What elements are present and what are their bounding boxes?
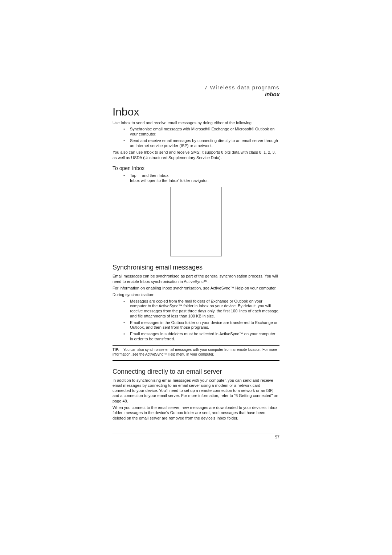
tip-body: You can also synchronise email messages …: [113, 348, 277, 356]
sync-paragraph-2: For information on enabling Inbox synchr…: [113, 285, 279, 291]
tip-rule-bottom: [113, 360, 279, 361]
list-item: Messages are copied from the mail folder…: [123, 299, 279, 319]
header-rule: [113, 99, 279, 99]
open-inbox-list: Tap and then Inbox. Inbox will open to t…: [123, 173, 279, 183]
list-item: Email messages in the Outbox folder on y…: [123, 320, 279, 331]
open-inbox-heading: To open Inbox: [113, 165, 279, 171]
tip-paragraph: TIP: You can also synchronise email mess…: [113, 347, 279, 357]
connect-heading: Connecting directly to an email server: [113, 368, 279, 376]
tip-rule-top: [113, 345, 279, 346]
page-title: Inbox: [113, 106, 279, 118]
sync-heading: Synchronising email messages: [113, 264, 279, 271]
open-bullet-post: and then Inbox.: [142, 173, 170, 178]
sync-paragraph-1: Email messages can be synchronised as pa…: [113, 274, 279, 284]
chapter-header: 7 Wireless data programs: [113, 84, 279, 90]
intro-bullet-list: Synchronise email messages with Microsof…: [123, 127, 279, 148]
page-number: 57: [113, 435, 279, 439]
connect-paragraph-2: When you connect to the email server, ne…: [113, 405, 279, 421]
device-screenshot-placeholder: [170, 187, 222, 256]
document-page: 7 Wireless data programs Inbox Inbox Use…: [0, 0, 392, 475]
list-item: Send and receive email messages by conne…: [123, 138, 279, 149]
footer-rule: [113, 433, 279, 433]
intro-paragraph: Use Inbox to send and receive email mess…: [113, 120, 279, 125]
sync-paragraph-3: During synchronisation:: [113, 292, 279, 297]
list-item: Tap and then Inbox. Inbox will open to t…: [123, 173, 279, 183]
open-bullet-pre: Tap: [130, 173, 138, 178]
intro-after-paragraph: You also can use Inbox to send and recei…: [113, 150, 279, 160]
connect-paragraph-1: In addition to synchronising email messa…: [113, 378, 279, 404]
sync-bullet-list: Messages are copied from the mail folder…: [123, 299, 279, 342]
tip-label: TIP:: [113, 348, 119, 352]
list-item: Synchronise email messages with Microsof…: [123, 127, 279, 137]
list-item: Email messages in subfolders must be sel…: [123, 332, 279, 342]
section-header: Inbox: [113, 91, 279, 97]
open-bullet-sub: Inbox will open to the Inbox' folder nav…: [130, 178, 209, 183]
start-icon-placeholder: [138, 173, 141, 178]
